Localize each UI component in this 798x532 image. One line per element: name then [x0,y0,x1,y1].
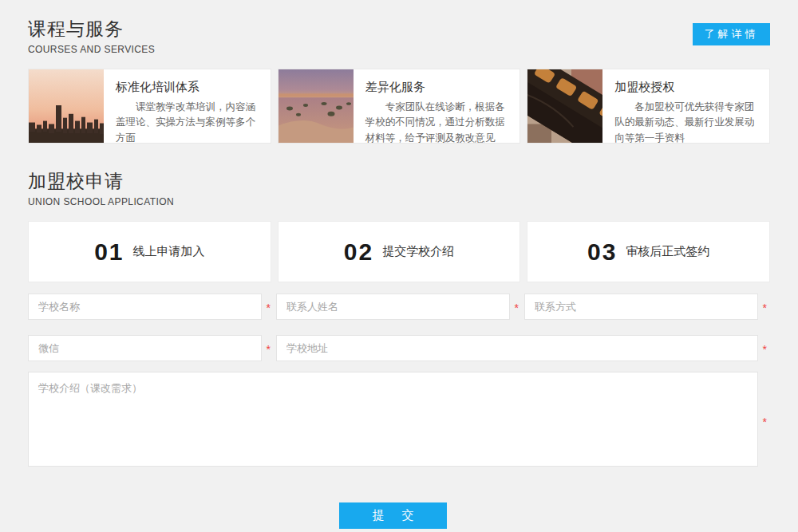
required-marker: * [267,301,271,313]
required-marker: * [267,343,271,354]
required-marker: * [515,301,519,313]
required-marker: * [763,343,767,354]
school-intro-textarea[interactable] [28,372,758,467]
step-label: 提交学校介绍 [382,244,454,259]
required-marker: * [763,416,767,427]
application-title: 加盟校申请 [28,169,770,194]
form-row-1: * * * [28,294,758,320]
school-address-input[interactable] [276,335,758,361]
application-header: 加盟校申请 UNION SCHOOL APPLICATION [28,169,770,207]
city-skyline-sunset-image [29,69,104,143]
course-cards: 标准化培训体系 课堂教学改革培训，内容涵盖理论、实操方法与案例等多个方面 [28,69,770,144]
school-address-field-wrap: * [276,335,758,361]
school-name-field-wrap: * [28,294,262,320]
courses-header: 课程与服务 COURSES AND SERVICES 了解详情 [28,17,770,55]
submit-row: 提 交 [28,502,758,529]
application-steps: 01 线上申请加入 02 提交学校介绍 03 审核后正式签约 [28,221,770,282]
wechat-field-wrap: * [28,335,262,361]
school-name-input[interactable] [28,294,262,320]
course-card-differentiated-service: 差异化服务 专家团队在线诊断，根据各学校的不同情况，通过分析数据材料等，给予评测… [278,69,521,144]
page-content: 课程与服务 COURSES AND SERVICES 了解详情 [28,0,770,529]
courses-title: 课程与服务 [28,17,770,41]
card-title: 差异化服务 [365,80,512,95]
step-number: 01 [94,238,124,266]
course-card-standard-training: 标准化培训体系 课堂教学改革培训，内容涵盖理论、实操方法与案例等多个方面 [28,69,271,144]
submit-button[interactable]: 提 交 [339,502,447,529]
step-label: 线上申请加入 [133,244,205,259]
required-marker: * [763,301,767,313]
card-text: 标准化培训体系 课堂教学改革培训，内容涵盖理论、实操方法与案例等多个方面 [104,69,271,143]
step-number: 02 [344,238,373,266]
wechat-input[interactable] [28,335,262,361]
card-title: 标准化培训体系 [116,80,263,95]
step-3-sign-contract: 03 审核后正式签约 [527,221,770,282]
contact-method-field-wrap: * [524,294,758,320]
contact-method-input[interactable] [524,294,758,320]
courses-subtitle: COURSES AND SERVICES [28,44,770,55]
step-label: 审核后正式签约 [626,244,709,259]
card-description: 课堂教学改革培训，内容涵盖理论、实操方法与案例等多个方面 [116,100,263,144]
contact-name-input[interactable] [276,294,510,320]
application-form: * * * * * * [28,294,770,529]
course-card-franchise-authorization: 加盟校授权 各加盟校可优先获得专家团队的最新动态、最新行业发展动向等第一手资料 [527,69,770,144]
film-strip-image [527,69,602,143]
application-subtitle: UNION SCHOOL APPLICATION [28,196,770,207]
step-number: 03 [587,238,617,266]
learn-more-button[interactable]: 了解详情 [693,23,770,45]
step-2-submit-intro: 02 提交学校介绍 [278,221,521,282]
contact-name-field-wrap: * [276,294,510,320]
desert-dusk-image [279,69,354,143]
card-title: 加盟校授权 [614,80,761,95]
form-row-3: * [28,372,758,470]
step-1-apply-online: 01 线上申请加入 [28,221,271,282]
form-row-2: * * [28,335,758,361]
card-text: 差异化服务 专家团队在线诊断，根据各学校的不同情况，通过分析数据材料等，给予评测… [354,69,520,143]
school-intro-field-wrap: * [28,372,758,470]
card-description: 各加盟校可优先获得专家团队的最新动态、最新行业发展动向等第一手资料 [614,100,761,144]
card-description: 专家团队在线诊断，根据各学校的不同情况，通过分析数据材料等，给予评测及教改意见 [365,100,512,144]
card-text: 加盟校授权 各加盟校可优先获得专家团队的最新动态、最新行业发展动向等第一手资料 [602,69,769,143]
